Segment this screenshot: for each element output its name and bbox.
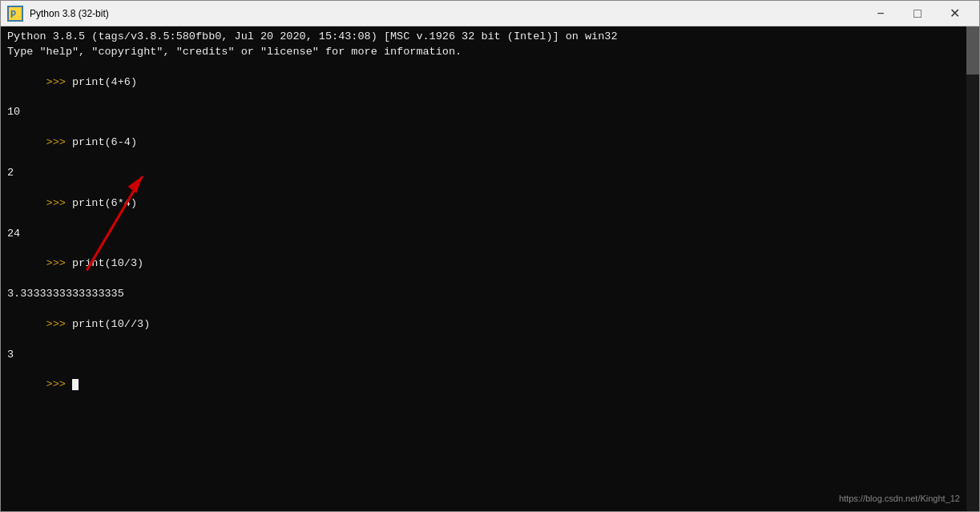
out1-line: 10 <box>7 105 973 120</box>
app-icon: P <box>7 6 23 22</box>
out4-line: 3.3333333333333335 <box>7 287 973 302</box>
out2-line: 2 <box>7 166 973 181</box>
current-prompt-line: >>> <box>7 363 973 409</box>
python-banner-line2: Type "help", "copyright", "credits" or "… <box>7 45 973 60</box>
svg-text:P: P <box>10 10 16 21</box>
window-controls: − □ ✕ <box>862 1 973 26</box>
scrollbar-thumb[interactable] <box>966 26 979 75</box>
cmd3-line: >>> print(6*4) <box>7 181 973 227</box>
close-button[interactable]: ✕ <box>936 1 973 26</box>
cursor <box>72 379 79 390</box>
python-shell-window: P Python 3.8 (32-bit) − □ ✕ Python 3.8.5… <box>0 0 980 512</box>
maximize-button[interactable]: □ <box>899 1 936 26</box>
minimize-button[interactable]: − <box>862 1 899 26</box>
cmd5-line: >>> print(10//3) <box>7 302 973 348</box>
cmd2-line: >>> print(6-4) <box>7 120 973 166</box>
cmd4-line: >>> print(10/3) <box>7 241 973 287</box>
title-bar: P Python 3.8 (32-bit) − □ ✕ <box>1 1 979 26</box>
terminal-body[interactable]: Python 3.8.5 (tags/v3.8.5:580fbb0, Jul 2… <box>1 26 979 511</box>
out5-line: 3 <box>7 348 973 363</box>
watermark: https://blog.csdn.net/Kinght_12 <box>839 493 960 505</box>
out3-line: 24 <box>7 227 973 242</box>
scrollbar[interactable] <box>966 26 979 511</box>
python-banner-line1: Python 3.8.5 (tags/v3.8.5:580fbb0, Jul 2… <box>7 30 973 45</box>
window-title: Python 3.8 (32-bit) <box>30 8 862 19</box>
cmd1-line: >>> print(4+6) <box>7 60 973 106</box>
